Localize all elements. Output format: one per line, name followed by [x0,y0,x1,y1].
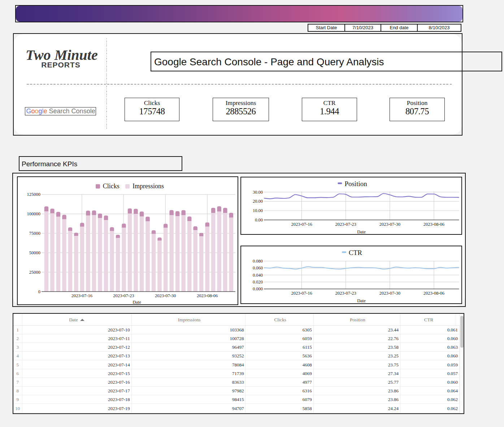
svg-text:2023-07-16: 2023-07-16 [291,222,312,227]
svg-text:30.00: 30.00 [253,190,263,195]
svg-text:0.00: 0.00 [255,217,263,223]
svg-text:0.080: 0.080 [253,259,263,264]
svg-text:2023-07-23: 2023-07-23 [335,222,356,227]
svg-text:10.00: 10.00 [253,208,263,213]
svg-text:Date: Date [132,300,141,305]
svg-text:0: 0 [38,289,40,294]
svg-text:0.020: 0.020 [253,279,263,285]
svg-text:Impressions: Impressions [132,182,164,190]
svg-text:2023-07-16: 2023-07-16 [291,291,312,296]
svg-text:125000: 125000 [27,192,41,197]
svg-text:0.040: 0.040 [253,273,263,278]
svg-text:20.00: 20.00 [253,199,263,204]
svg-text:0.000: 0.000 [253,286,263,291]
svg-text:25000: 25000 [29,270,40,275]
svg-text:Date: Date [357,229,366,234]
svg-text:100000: 100000 [27,211,41,216]
svg-text:2023-07-16: 2023-07-16 [71,293,92,298]
svg-text:2023-08-06: 2023-08-06 [423,222,444,227]
svg-text:2023-07-30: 2023-07-30 [379,291,400,296]
svg-text:Date: Date [357,298,366,303]
svg-text:75000: 75000 [29,231,40,236]
svg-text:CTR: CTR [349,249,362,256]
svg-text:0.060: 0.060 [253,265,263,270]
svg-text:2023-07-30: 2023-07-30 [379,222,400,227]
svg-text:2023-07-30: 2023-07-30 [155,293,176,298]
svg-text:50000: 50000 [29,250,40,255]
svg-text:2023-07-23: 2023-07-23 [335,291,356,296]
svg-text:2023-08-06: 2023-08-06 [197,293,218,298]
svg-text:Position: Position [344,180,367,188]
svg-text:2023-07-23: 2023-07-23 [113,293,134,298]
svg-text:2023-08-06: 2023-08-06 [423,291,444,296]
svg-text:Clicks: Clicks [103,182,120,190]
